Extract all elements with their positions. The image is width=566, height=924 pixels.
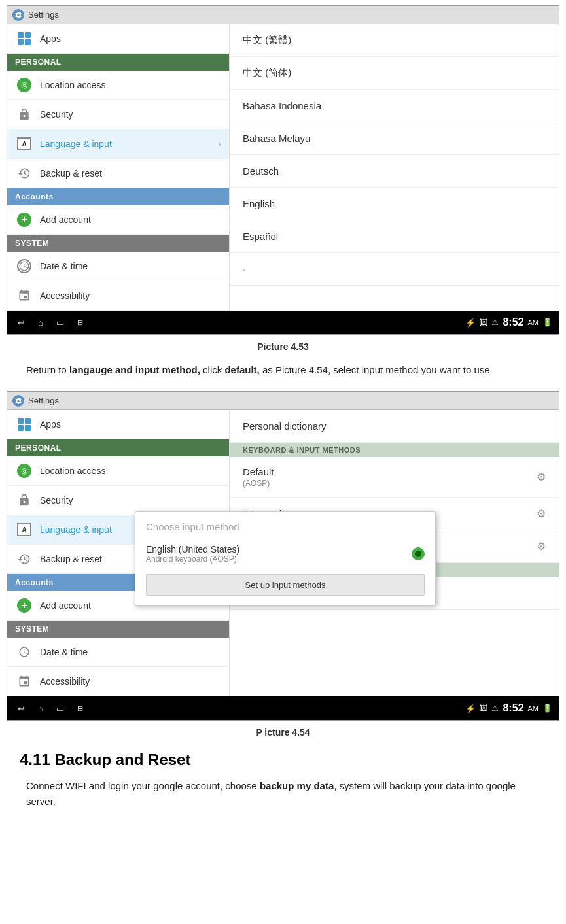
status-bar-right-2: ⚡ 🖼 ⚠ 8:52 AM 🔋 [465, 702, 552, 714]
personal-header: PERSONAL [7, 54, 229, 71]
sidebar-item-apps[interactable]: Apps [7, 24, 229, 54]
body-text-1-mid: click [200, 364, 225, 375]
titlebar-label-2: Settings [28, 396, 59, 405]
lang-item-bahasa-melayu[interactable]: Bahasa Melayu [230, 122, 559, 155]
sidebar-item-apps-2[interactable]: Apps [7, 410, 229, 439]
home-btn-2[interactable]: ⌂ [33, 701, 48, 715]
hand-icon [15, 286, 33, 305]
backup-icon-2 [15, 550, 33, 568]
status-bar-left-1: ↩ ⌂ ▭ ⊞ [14, 315, 87, 330]
datetime-label-2: Date & time [40, 647, 88, 657]
body-text-1-suffix: as Picture 4.54, select input method you… [260, 364, 490, 375]
time-display-2: 8:52 [503, 702, 523, 714]
home-btn[interactable]: ⌂ [33, 315, 48, 330]
sidebar-item-accessibility-2[interactable]: Accessibility [7, 667, 229, 696]
lock-icon [15, 105, 33, 124]
body-text-1-bold1: langauge and input method, [69, 364, 200, 375]
dialog-option-english[interactable]: English (United States) Android keyboard… [135, 538, 435, 570]
lock-icon-2 [15, 491, 33, 509]
usb-icon: ⚡ [465, 318, 476, 328]
screenshot-icon: 🖼 [480, 318, 487, 327]
sidebar-item-backup[interactable]: Backup & reset [7, 159, 229, 188]
alert-icon-2: ⚠ [491, 704, 499, 713]
time-display-1: 8:52 [503, 317, 523, 328]
caption-2: P icture 4.54 [7, 727, 559, 738]
language-label: Language & input [40, 139, 112, 149]
titlebar-label-1: Settings [28, 10, 59, 20]
sidebar-item-security[interactable]: Security [7, 100, 229, 129]
lang-item-english[interactable]: English [230, 188, 559, 220]
recent-btn-2[interactable]: ▭ [53, 701, 67, 715]
right-panel-1: 中文 (繁體) 中文 (简体) Bahasa Indonesia Bahasa … [230, 24, 559, 311]
caption-1: Picture 4.53 [7, 341, 559, 352]
personal-dict-item[interactable]: Personal dictionary [230, 410, 559, 443]
gear-icon-default[interactable]: ⚙ [537, 471, 546, 483]
clock-icon-2 [15, 643, 33, 661]
apps-icon-2 [15, 415, 33, 434]
lang-item-simp-chinese[interactable]: 中文 (简体) [230, 57, 559, 90]
sidebar-item-accessibility[interactable]: Accessibility [7, 281, 229, 311]
lang-item-espanol[interactable]: Español [230, 220, 559, 253]
default-label: Default [243, 466, 537, 477]
language-label-2: Language & input [40, 524, 112, 535]
screenshot-1: Settings Apps [7, 5, 559, 335]
apps-label-2: Apps [40, 419, 61, 430]
lang-item-trad-chinese[interactable]: 中文 (繁體) [230, 24, 559, 57]
lang-item-bahasa-indonesia[interactable]: Bahasa Indonesia [230, 90, 559, 122]
screen-body-wrapper-2: Apps PERSONAL ◎ Location access [7, 410, 559, 696]
recent-btn[interactable]: ▭ [53, 315, 67, 330]
default-item[interactable]: Default (AOSP) ⚙ [230, 457, 559, 498]
input-method-dialog[interactable]: Choose input method English (United Stat… [135, 511, 436, 606]
screenshot-icon-2: 🖼 [480, 704, 487, 713]
apps-label: Apps [40, 33, 61, 44]
radio-selected [412, 547, 425, 560]
qr-btn-2[interactable]: ⊞ [73, 701, 87, 715]
lang-item-deutsch[interactable]: Deutsch [230, 155, 559, 188]
body-text-1-prefix: Return to [26, 364, 69, 375]
hand-icon-2 [15, 672, 33, 691]
dialog-title: Choose input method [135, 512, 435, 538]
ampm-1: AM [528, 318, 539, 326]
body-text-1: Return to langauge and input method, cli… [26, 362, 540, 378]
location-label-2: Location access [40, 466, 105, 476]
dialog-option-sub: Android keyboard (AOSP) [146, 555, 412, 564]
status-bar-left-2: ↩ ⌂ ▭ ⊞ [14, 701, 87, 715]
screenshot-2: Settings Apps [7, 391, 559, 721]
back-btn-2[interactable]: ↩ [14, 701, 28, 715]
body-text-2-bold: backup my data [260, 780, 334, 791]
system-header: SYSTEM [7, 235, 229, 252]
titlebar-2: Settings [7, 392, 559, 410]
sidebar-item-add-account[interactable]: + Add account [7, 205, 229, 235]
gear-icon-automatic[interactable]: ⚙ [537, 507, 546, 520]
sidebar-item-location-2[interactable]: ◎ Location access [7, 456, 229, 486]
sidebar-item-datetime-2[interactable]: Date & time [7, 638, 229, 667]
accounts-header: Accounts [7, 188, 229, 205]
personal-dict-label: Personal dictionary [243, 420, 327, 432]
sidebar-item-location[interactable]: ◎ Location access [7, 71, 229, 100]
keyboard-header: KEYBOARD & INPUT METHODS [230, 443, 559, 457]
setup-input-methods-btn[interactable]: Set up input methods [146, 574, 425, 596]
backup-label: Backup & reset [40, 168, 102, 179]
titlebar-1: Settings [7, 6, 559, 24]
qr-btn[interactable]: ⊞ [73, 315, 87, 330]
usb-icon-2: ⚡ [465, 704, 476, 713]
accessibility-label: Accessibility [40, 290, 90, 301]
back-btn[interactable]: ↩ [14, 315, 28, 330]
location-icon-2: ◎ [15, 462, 33, 480]
battery-icon-2: 🔋 [542, 704, 552, 713]
security-label: Security [40, 109, 73, 120]
add-account-label: Add account [40, 214, 91, 225]
sidebar-item-language[interactable]: A Language & input › [7, 129, 229, 159]
location-label: Location access [40, 80, 105, 90]
alert-icon: ⚠ [491, 318, 499, 327]
body-text-2: Connect WIFI and login your google accou… [26, 778, 540, 810]
security-label-2: Security [40, 495, 73, 505]
status-bar-2: ↩ ⌂ ▭ ⊞ ⚡ 🖼 ⚠ 8:52 AM 🔋 [7, 696, 559, 720]
sidebar-item-datetime[interactable]: Date & time [7, 252, 229, 281]
gear-icon-touchpal[interactable]: ⚙ [537, 540, 546, 553]
status-bar-1: ↩ ⌂ ▭ ⊞ ⚡ 🖼 ⚠ 8:52 AM 🔋 [7, 311, 559, 334]
backup-icon [15, 164, 33, 182]
add-icon: + [15, 211, 33, 229]
chevron-icon: › [218, 139, 221, 149]
lang-item-dot[interactable]: · [230, 253, 559, 286]
